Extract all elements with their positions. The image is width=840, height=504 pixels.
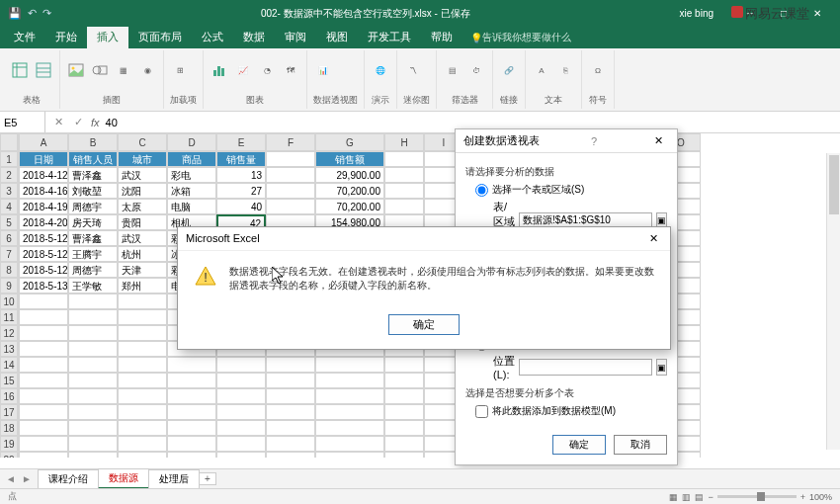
cell[interactable]: 70,200.00 [315, 199, 384, 214]
cell[interactable] [315, 404, 384, 420]
row-header[interactable]: 20 [0, 452, 18, 458]
row-header[interactable]: 15 [0, 373, 18, 388]
tab-file[interactable]: 文件 [4, 27, 45, 48]
cell[interactable] [384, 151, 424, 167]
cell[interactable] [384, 167, 424, 183]
cell[interactable] [266, 373, 315, 388]
row-header[interactable]: 16 [0, 388, 18, 404]
pivot-cancel-button[interactable]: 取消 [614, 435, 667, 455]
zoom-level[interactable]: 100% [809, 492, 832, 502]
sheet-tab-processed[interactable]: 处理后 [148, 469, 200, 488]
tab-view[interactable]: 视图 [316, 27, 358, 48]
cell[interactable]: 杭州 [118, 246, 167, 262]
textbox-icon[interactable]: A [532, 52, 551, 88]
cell[interactable] [266, 452, 315, 458]
fx-icon[interactable]: fx [91, 117, 100, 128]
chart-line-icon[interactable]: 📈 [233, 52, 253, 88]
cell[interactable] [19, 404, 68, 420]
cell[interactable] [118, 325, 167, 341]
pivot-table-icon[interactable] [10, 52, 30, 88]
cell[interactable] [266, 167, 315, 183]
cell[interactable]: 彩电 [167, 167, 216, 183]
row-header[interactable]: 5 [0, 214, 18, 230]
quick-access[interactable]: 💾 ↶ ↷ [8, 7, 51, 20]
cell[interactable] [315, 357, 384, 373]
chart-bar-icon[interactable] [210, 52, 229, 88]
cell[interactable]: 沈阳 [118, 183, 167, 199]
tab-developer[interactable]: 开发工具 [358, 27, 421, 48]
formula-input[interactable]: 40 [106, 117, 118, 128]
cell[interactable]: 太原 [118, 199, 167, 214]
sparkline-icon[interactable]: 〽 [403, 52, 423, 88]
view-layout-icon[interactable]: ▥ [682, 492, 691, 502]
cell[interactable] [384, 420, 424, 436]
cell[interactable]: 天津 [118, 262, 167, 278]
name-box[interactable]: E5 [0, 112, 45, 132]
cell[interactable]: 贵阳 [118, 214, 167, 230]
cell[interactable]: 2018-5-13 [19, 278, 68, 294]
cell[interactable] [315, 388, 384, 404]
tab-insert[interactable]: 插入 [87, 27, 128, 48]
row-header[interactable]: 18 [0, 420, 18, 436]
chk-data-model[interactable]: 将此数据添加到数据模型(M) [475, 404, 667, 418]
cell[interactable] [315, 373, 384, 388]
column-header[interactable]: F [266, 133, 315, 151]
cell[interactable] [216, 388, 266, 404]
cell[interactable]: 武汉 [118, 230, 167, 246]
cell[interactable]: 电脑 [167, 199, 216, 214]
row-header[interactable]: 1 [0, 151, 18, 167]
vertical-scrollbar[interactable] [826, 153, 840, 450]
cell[interactable] [216, 357, 266, 373]
msgbox-ok-button[interactable]: 确定 [388, 314, 460, 335]
undo-icon[interactable]: ↶ [28, 7, 37, 20]
cell[interactable]: 刘敬堃 [68, 183, 118, 199]
cell[interactable]: 日期 [19, 151, 68, 167]
column-header[interactable]: G [315, 133, 384, 151]
cell[interactable]: 曹泽鑫 [68, 167, 118, 183]
cell[interactable] [118, 309, 167, 325]
row-header[interactable]: 3 [0, 183, 18, 199]
msgbox-close[interactable]: ✕ [645, 232, 662, 245]
tab-home[interactable]: 开始 [45, 27, 87, 48]
enter-formula-icon[interactable]: ✓ [71, 116, 85, 128]
cell[interactable] [167, 373, 216, 388]
cell[interactable] [19, 436, 68, 452]
cell[interactable] [384, 452, 424, 458]
cell[interactable] [68, 373, 118, 388]
cell[interactable]: 曹泽鑫 [68, 230, 118, 246]
cell[interactable]: 40 [216, 199, 266, 214]
cell[interactable] [68, 404, 118, 420]
cell[interactable] [167, 388, 216, 404]
cell[interactable]: 2018-4-12 [19, 167, 68, 183]
smartart-icon[interactable]: ▦ [114, 52, 133, 88]
cell[interactable] [118, 452, 167, 458]
select-all-corner[interactable] [0, 133, 18, 151]
sheet-tab-source[interactable]: 数据源 [98, 468, 149, 489]
cell[interactable] [167, 404, 216, 420]
pivotchart-icon[interactable]: 📊 [313, 52, 333, 88]
row-header[interactable]: 10 [0, 294, 18, 309]
redo-icon[interactable]: ↷ [42, 7, 51, 20]
cell[interactable]: 房天琦 [68, 214, 118, 230]
row-header[interactable]: 7 [0, 246, 18, 262]
cell[interactable]: 2018-4-16 [19, 183, 68, 199]
pictures-icon[interactable] [66, 52, 86, 88]
cell[interactable] [266, 420, 315, 436]
cell[interactable]: 销售人员 [68, 151, 118, 167]
cell[interactable] [68, 294, 118, 309]
cell[interactable] [384, 404, 424, 420]
user-name[interactable]: xie bing [680, 8, 714, 19]
cell[interactable] [68, 452, 118, 458]
cell[interactable] [167, 420, 216, 436]
cell[interactable] [68, 341, 118, 357]
row-header[interactable]: 17 [0, 404, 18, 420]
column-header[interactable]: B [68, 133, 118, 151]
cell[interactable] [384, 436, 424, 452]
location-input[interactable] [519, 359, 652, 376]
zoom-in-button[interactable]: + [800, 492, 805, 502]
cell[interactable] [266, 357, 315, 373]
cell[interactable] [167, 436, 216, 452]
chart-map-icon[interactable]: 🗺 [281, 52, 300, 88]
cancel-formula-icon[interactable]: ✕ [51, 116, 65, 128]
row-header[interactable]: 14 [0, 357, 18, 373]
